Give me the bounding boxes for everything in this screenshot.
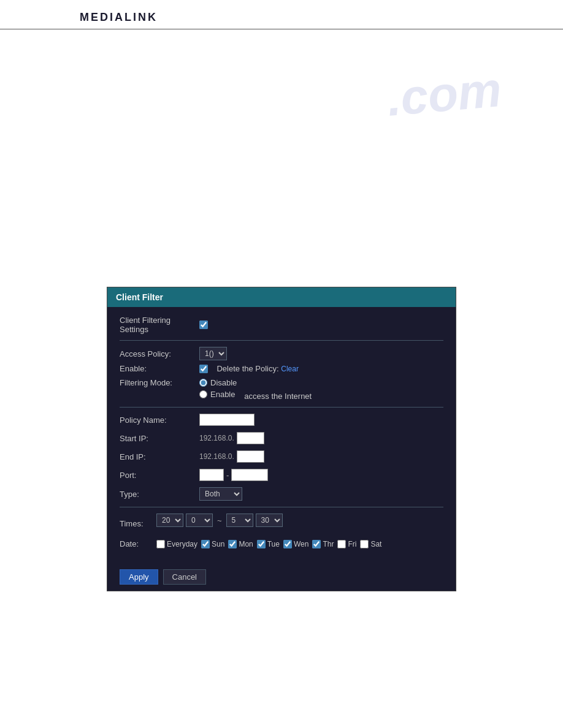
policy-name-row: Policy Name: Kids — [120, 414, 443, 426]
time-start-min-select[interactable]: 0 510152025 303540455055 — [186, 514, 213, 527]
radio-disable-item: Disable — [199, 378, 237, 387]
date-sat: Sat — [360, 540, 381, 548]
time-start-hour-select[interactable]: 20 01234 56789 1011121314 1516171819 212… — [156, 514, 183, 527]
label-mon: Mon — [239, 540, 253, 548]
port-end-input[interactable]: 99999 — [231, 469, 268, 481]
date-mon: Mon — [228, 540, 253, 548]
checkbox-fri[interactable] — [337, 540, 346, 548]
policy-name-label: Policy Name: — [120, 415, 199, 425]
header: MEDIALINK — [0, 0, 563, 29]
start-ip-field: 192.168.0. 100 — [199, 432, 264, 444]
label-wen: Wen — [294, 540, 308, 548]
cancel-button[interactable]: Cancel — [163, 569, 206, 585]
end-ip-label: End IP: — [120, 452, 199, 461]
radio-enable[interactable] — [199, 390, 207, 398]
date-label: Date: — [120, 539, 156, 548]
date-wen: Wen — [283, 540, 308, 548]
end-ip-input[interactable]: 120 — [237, 450, 264, 463]
checkbox-sat[interactable] — [360, 540, 369, 548]
end-ip-row: End IP: 192.168.0. 120 — [120, 450, 443, 463]
time-end-hour-select[interactable]: 5 01234 678910 1112131415 1617181920 212… — [226, 514, 253, 527]
checkbox-mon[interactable] — [228, 540, 237, 548]
radio-stack: Disable Enable — [199, 378, 237, 399]
type-row: Type: Both TCP UDP — [120, 487, 443, 501]
access-policy-select[interactable]: 1() 2() 3() 4() — [199, 347, 227, 360]
times-label: Times: — [120, 519, 156, 528]
access-policy-row: Access Policy: 1() 2() 3() 4() — [120, 347, 443, 360]
date-row: Date: Everyday Sun Mon — [120, 539, 443, 548]
date-everyday: Everyday — [156, 540, 197, 548]
label-tue: Tue — [267, 540, 280, 548]
times-tilde: ~ — [217, 516, 222, 525]
date-tue: Tue — [257, 540, 280, 548]
separator-3 — [120, 507, 443, 507]
main-container: Client Filter Client Filtering Settings … — [0, 287, 563, 591]
enable-label: Enable: — [120, 364, 199, 373]
access-policy-label: Access Policy: — [120, 349, 199, 358]
client-filter-panel: Client Filter Client Filtering Settings … — [107, 287, 456, 591]
date-thr: Thr — [312, 540, 334, 548]
apply-button[interactable]: Apply — [120, 569, 158, 585]
start-ip-label: Start IP: — [120, 434, 199, 443]
watermark: .com — [385, 61, 504, 127]
separator-2 — [120, 407, 443, 408]
delete-policy-label: Delete the Policy: — [216, 364, 278, 373]
label-everyday: Everyday — [167, 540, 197, 548]
port-field: 1 - 99999 — [199, 469, 268, 481]
checkbox-tue[interactable] — [257, 540, 266, 548]
policy-name-input[interactable]: Kids — [199, 414, 255, 426]
port-label: Port: — [120, 471, 199, 480]
logo: MEDIALINK — [80, 11, 158, 23]
panel-header: Client Filter — [107, 287, 456, 307]
port-dash: - — [226, 471, 229, 480]
time-end-min-select[interactable]: 30 0510152025 3540455055 — [256, 514, 283, 527]
label-fri: Fri — [348, 540, 356, 548]
label-thr: Thr — [323, 540, 334, 548]
date-fri: Fri — [337, 540, 356, 548]
client-filtering-checkbox[interactable] — [199, 320, 208, 329]
checkbox-everyday[interactable] — [156, 540, 165, 548]
label-sat: Sat — [370, 540, 381, 548]
label-sun: Sun — [212, 540, 224, 548]
panel-footer: Apply Cancel — [107, 563, 456, 591]
panel-body: Client Filtering Settings Access Policy:… — [107, 307, 456, 563]
policy-section: Policy Name: Kids Start IP: 192.168.0. 1… — [120, 414, 443, 501]
checkbox-thr[interactable] — [312, 540, 321, 548]
panel-title: Client Filter — [116, 292, 163, 302]
enable-row: Enable: Delete the Policy: Clear — [120, 364, 443, 373]
start-ip-row: Start IP: 192.168.0. 100 — [120, 432, 443, 444]
access-internet-text: access the Internet — [244, 392, 312, 401]
times-row: Times: 20 01234 56789 1011121314 1516171… — [120, 514, 443, 533]
date-sun: Sun — [201, 540, 224, 548]
times-fields: 20 01234 56789 1011121314 1516171819 212… — [156, 514, 283, 527]
type-select[interactable]: Both TCP UDP — [199, 487, 242, 501]
start-ip-prefix: 192.168.0. — [199, 434, 234, 442]
radio-enable-item: Enable — [199, 390, 237, 399]
client-filtering-row: Client Filtering Settings — [120, 316, 443, 334]
radio-disable[interactable] — [199, 379, 207, 387]
port-start-input[interactable]: 1 — [199, 469, 224, 481]
type-label: Type: — [120, 490, 199, 499]
radio-enable-label: Enable — [210, 390, 235, 399]
checkbox-wen[interactable] — [283, 540, 292, 548]
filtering-mode-label: Filtering Mode: — [120, 378, 199, 387]
checkbox-sun[interactable] — [201, 540, 210, 548]
separator-1 — [120, 340, 443, 341]
client-filtering-label: Client Filtering Settings — [120, 316, 199, 334]
radio-disable-label: Disable — [210, 378, 237, 387]
clear-link[interactable]: Clear — [281, 365, 299, 373]
end-ip-field: 192.168.0. 120 — [199, 450, 264, 463]
enable-checkbox[interactable] — [199, 365, 208, 373]
start-ip-input[interactable]: 100 — [237, 432, 264, 444]
filtering-mode-row: Filtering Mode: Disable Enable access th… — [120, 378, 443, 401]
watermark-area: .com — [0, 29, 563, 287]
end-ip-prefix: 192.168.0. — [199, 452, 234, 461]
port-row: Port: 1 - 99999 — [120, 469, 443, 481]
date-checkboxes: Everyday Sun Mon Tue — [156, 540, 381, 548]
